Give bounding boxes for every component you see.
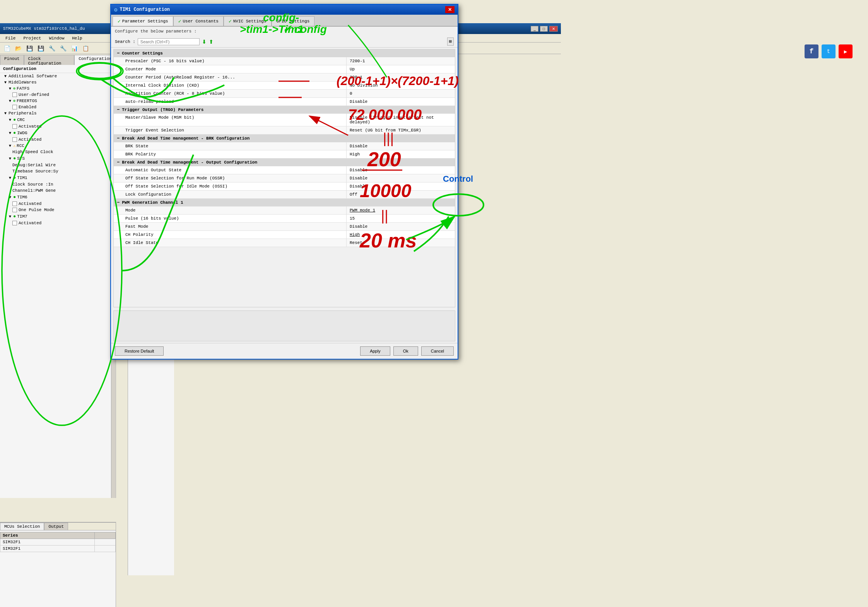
param-brk-polarity[interactable]: BRK Polarity High xyxy=(114,150,455,159)
toolbar-btn7[interactable]: 📊 xyxy=(70,44,79,52)
tree-item-iwdg-activated[interactable]: Activated xyxy=(0,136,116,143)
series-row-1[interactable]: SIM32F1 xyxy=(0,539,116,546)
dialog-body: Configure the below parameters : Search … xyxy=(111,27,458,343)
param-mode[interactable]: Mode PWM mode 1 xyxy=(114,206,455,215)
param-msm[interactable]: Master/Slave Mode (MSM bit) Disable (Tri… xyxy=(114,114,455,126)
search-next-btn[interactable]: ⬆ xyxy=(209,39,214,45)
toolbar-save[interactable]: 💾 xyxy=(25,44,34,52)
checkbox-user-defined[interactable] xyxy=(12,92,17,97)
app-title: STM32CubeMX stm32f103rct6_hal_du xyxy=(3,26,85,31)
toolbar-btn8[interactable]: 📋 xyxy=(81,44,91,52)
left-tree-panel: Configuration ▼ Additional Software ▼ Mi… xyxy=(0,65,116,498)
minus-icon-brk: − xyxy=(117,136,120,141)
toolbar-btn5[interactable]: 🔧 xyxy=(47,44,57,52)
checkbox-enabled[interactable] xyxy=(12,105,17,109)
dialog-tab-parameter[interactable]: ✓ Parameter Settings xyxy=(113,16,173,26)
label-activated-tim7: Activated xyxy=(19,221,41,225)
tab-check-nvic: ✓ xyxy=(229,18,232,24)
tree-item-debug: Debug:Serial Wire xyxy=(0,162,116,168)
section-counter-settings[interactable]: − Counter Settings xyxy=(114,49,455,57)
param-counter-mode[interactable]: Counter Mode Up xyxy=(114,65,455,73)
tree-item-tim7[interactable]: ▼ ● TIM7 xyxy=(0,213,116,220)
series-header2 xyxy=(95,532,116,539)
tree-item-enabled[interactable]: Enabled xyxy=(0,104,116,110)
checkbox-one-pulse[interactable] xyxy=(12,208,17,212)
tree-item-iwdg[interactable]: ▼ ● IWDG xyxy=(0,130,116,136)
menu-window[interactable]: Window xyxy=(45,35,68,41)
tab-mcu-selection[interactable]: MCUs Selection xyxy=(0,523,44,530)
checkbox-tim6-activated[interactable] xyxy=(12,201,17,206)
toolbar-open[interactable]: 📂 xyxy=(14,44,23,52)
dialog-tab-user-constants[interactable]: ✓ User Constants xyxy=(173,16,224,26)
param-prescaler[interactable]: Prescaler (PSC - 16 bits value) 7200-1 xyxy=(114,57,455,65)
dialog-close-button[interactable]: ✕ xyxy=(445,6,455,13)
param-auto-reload[interactable]: auto-reload preload Disable xyxy=(114,98,455,106)
expand-icon12: ▼ xyxy=(8,214,12,219)
tree-item-additional-software[interactable]: ▼ Additional Software xyxy=(0,73,116,79)
param-ch-idle[interactable]: CH Idle State Reset xyxy=(114,239,455,247)
columns-btn[interactable]: ⊞ xyxy=(447,38,454,46)
section-pwm[interactable]: − PWM Generation Channel 1 xyxy=(114,199,455,206)
apply-button[interactable]: Apply xyxy=(360,346,390,356)
checkbox-tim7-activated[interactable] xyxy=(12,221,17,225)
tree-item-crc-activated[interactable]: Activated xyxy=(0,123,116,130)
tree-item-tim6-activated[interactable]: Activated xyxy=(0,201,116,207)
tree-item-crc[interactable]: ▼ ● CRC xyxy=(0,116,116,123)
param-ch-polarity[interactable]: CH Polarity High xyxy=(114,231,455,239)
tab-check-parameter: ✓ xyxy=(118,18,121,24)
tree-item-freertos[interactable]: ▼ ⊛ FREERTOS xyxy=(0,98,116,104)
series-row-2[interactable]: SIM32F1 xyxy=(0,546,116,552)
tree-item-tim7-activated[interactable]: Activated xyxy=(0,220,116,226)
tree-item-peripherals[interactable]: ▼ Peripherals xyxy=(0,110,116,116)
param-lock[interactable]: Lock Configuration Off xyxy=(114,191,455,199)
tree-item-tim6[interactable]: ▼ ● TIM6 xyxy=(0,194,116,201)
param-clock-division[interactable]: Internal Clock Division (CKD) No Divisio… xyxy=(114,82,455,90)
tree-item-high-speed-clock[interactable]: High Speed Clock xyxy=(0,149,116,155)
param-fast-mode[interactable]: Fast Mode Disable xyxy=(114,223,455,231)
maximize-button[interactable]: □ xyxy=(540,26,548,32)
tree-item-tim1[interactable]: ▼ ● TIM1 xyxy=(0,174,116,181)
section-output-config[interactable]: − Break And Dead Time management - Outpu… xyxy=(114,159,455,166)
social-icons: f t ▶ xyxy=(805,44,853,58)
param-pulse[interactable]: Pulse (16 bits value) 15 xyxy=(114,215,455,223)
dialog-tab-gpio[interactable]: GPIO Settings xyxy=(272,16,315,26)
restore-default-button[interactable]: Restore Default xyxy=(115,346,164,356)
tab-output[interactable]: Output xyxy=(44,523,68,530)
param-brk-state[interactable]: BRK State Disable xyxy=(114,142,455,150)
check-icon-freertos: ⊛ xyxy=(13,99,15,103)
toolbar-btn6[interactable]: 🔧 xyxy=(58,44,68,52)
param-repetition-counter[interactable]: Repetition Counter (RCR - 8 bits value) … xyxy=(114,90,455,98)
tree-item-sys[interactable]: ▼ ● SYS xyxy=(0,155,116,162)
tree-item-middlewares[interactable]: ▼ MiddleWares xyxy=(0,79,116,85)
menu-help[interactable]: Help xyxy=(68,35,86,41)
search-prev-btn[interactable]: ⬇ xyxy=(202,39,207,45)
close-app-button[interactable]: ✕ xyxy=(549,26,558,32)
minimize-button[interactable]: _ xyxy=(531,26,538,32)
param-ossr[interactable]: Off State Selection for Run Mode (OSSR) … xyxy=(114,174,455,182)
minus-icon-pwm: − xyxy=(117,200,120,205)
section-trigger[interactable]: − Trigger Output (TRGO) Parameters xyxy=(114,106,455,114)
checkbox-crc-activated[interactable] xyxy=(12,124,17,129)
tree-item-one-pulse[interactable]: One Pulse Mode xyxy=(0,207,116,213)
ok-button[interactable]: Ok xyxy=(393,346,418,356)
tree-item-fatfs[interactable]: ▼ ⊛ FATFS xyxy=(0,85,116,92)
dialog-title: TIM1 Configuration xyxy=(120,7,170,12)
menu-file[interactable]: File xyxy=(2,35,19,41)
param-counter-period[interactable]: Counter Period (AutoReload Register - 16… xyxy=(114,73,455,82)
param-auto-output[interactable]: Automatic Output State Disable xyxy=(114,166,455,174)
tree-item-user-defined[interactable]: User-defined xyxy=(0,92,116,98)
param-ossi[interactable]: Off State Selection for Idle Mode (OSSI)… xyxy=(114,182,455,191)
search-input[interactable] xyxy=(138,38,200,45)
expand-icon: ▼ xyxy=(3,74,8,78)
section-brk[interactable]: − Break And Dead Time management - BRK C… xyxy=(114,135,455,142)
series-header: Series xyxy=(0,532,95,539)
param-trigger-event[interactable]: Trigger Event Selection Reset (UG bit fr… xyxy=(114,126,455,135)
cancel-button[interactable]: Cancel xyxy=(421,346,454,356)
checkbox-iwdg-activated[interactable] xyxy=(12,137,17,142)
menu-project[interactable]: Project xyxy=(19,35,45,41)
dialog-tab-nvic[interactable]: ✓ NVIC Settings xyxy=(224,16,272,26)
toolbar-save2[interactable]: 💾 xyxy=(36,44,46,52)
toolbar-new[interactable]: 📄 xyxy=(2,44,12,52)
tree-item-rcc[interactable]: ▼ ⚠ RCC xyxy=(0,143,116,149)
tab-check-user: ✓ xyxy=(178,18,181,24)
